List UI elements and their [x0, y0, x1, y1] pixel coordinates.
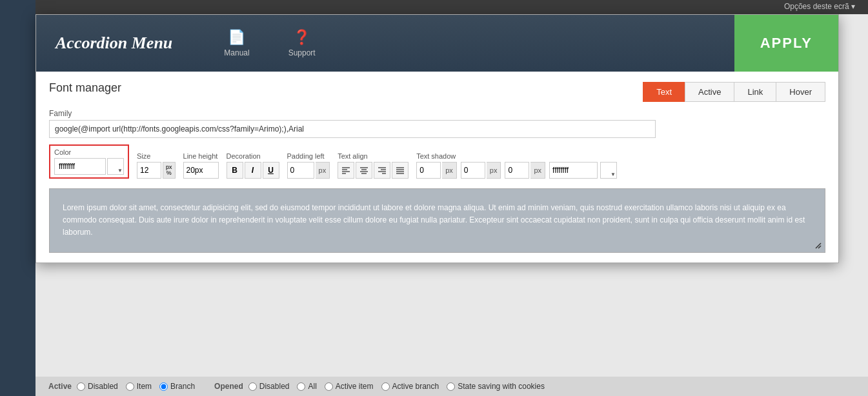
align-left-icon: [341, 166, 350, 174]
svg-line-16: [816, 243, 821, 248]
decoration-inner: B I U: [227, 162, 279, 179]
line-height-group: Line height: [183, 152, 219, 179]
tab-active[interactable]: Active: [685, 82, 734, 102]
modal-header: Accordion Menu 📄 Manual ❓ Support APPLY: [36, 15, 838, 72]
text-shadow-inner: px px px ▼: [416, 162, 617, 179]
shadow-color-input[interactable]: [549, 162, 598, 179]
color-group: Color ▼: [49, 144, 129, 179]
size-input[interactable]: [137, 162, 161, 179]
shadow-y-input[interactable]: [461, 162, 485, 179]
shadow-blur-px: px: [530, 162, 545, 179]
text-shadow-group: Text shadow px px px ▼: [416, 152, 617, 179]
align-justify-button[interactable]: [392, 162, 409, 179]
bold-button[interactable]: B: [227, 162, 243, 179]
line-height-input[interactable]: [183, 162, 219, 179]
manual-button[interactable]: 📄 Manual: [205, 23, 268, 64]
active-item[interactable]: Item: [126, 382, 152, 391]
shadow-x-px: px: [442, 162, 457, 179]
modal-nav: 📄 Manual ❓ Support: [192, 23, 734, 64]
text-shadow-label: Text shadow: [416, 152, 617, 160]
modal: Accordion Menu 📄 Manual ❓ Support APPLY …: [35, 14, 839, 263]
font-manager-title: Font manager: [49, 81, 121, 95]
tab-hover[interactable]: Hover: [776, 82, 825, 102]
manual-icon: 📄: [228, 29, 245, 46]
tab-text[interactable]: Text: [643, 82, 685, 102]
opened-active-item[interactable]: Active item: [325, 382, 374, 391]
active-group: Active Disabled Item Branch: [48, 382, 195, 391]
italic-button[interactable]: I: [245, 162, 261, 179]
swatch-arrow-icon: ▼: [117, 168, 123, 173]
decoration-label: Decoration: [227, 152, 279, 160]
align-justify-icon: [396, 166, 405, 174]
text-align-group: Text align: [338, 152, 409, 179]
support-label: Support: [288, 48, 316, 57]
modal-title: Accordion Menu: [56, 34, 172, 52]
size-label: Size: [137, 152, 176, 160]
support-button[interactable]: ❓ Support: [269, 23, 335, 64]
shadow-swatch-arrow-icon: ▼: [611, 172, 616, 177]
padding-left-inner: px: [287, 162, 330, 179]
topbar: [0, 0, 868, 14]
controls-row: Color ▼ Size px %: [49, 144, 825, 179]
color-swatch[interactable]: ▼: [107, 158, 124, 175]
preview-text: Lorem ipsum dolor sit amet, consectetur …: [63, 203, 805, 237]
color-inner: ▼: [54, 158, 124, 175]
underline-button[interactable]: U: [263, 162, 279, 179]
align-center-button[interactable]: [356, 162, 372, 179]
active-branch[interactable]: Branch: [159, 382, 195, 391]
shadow-y-px: px: [487, 162, 501, 179]
preview-area: Lorem ipsum dolor sit amet, consectetur …: [49, 188, 825, 253]
modal-title-area: Accordion Menu: [36, 21, 192, 66]
padding-left-group: Padding left px: [287, 152, 330, 179]
padding-left-input[interactable]: [287, 162, 314, 179]
active-radio-group: Disabled Item Branch: [77, 382, 195, 391]
size-unit: px %: [163, 162, 176, 179]
opened-state-saving[interactable]: State saving with cookies: [447, 382, 545, 391]
shadow-color-swatch[interactable]: ▼: [600, 162, 617, 179]
text-align-label: Text align: [338, 152, 409, 160]
bottom-settings-row: Active Disabled Item Branch Opened Disab…: [35, 377, 868, 396]
color-label: Color: [54, 148, 124, 156]
sidebar: [0, 0, 35, 396]
family-label: Family: [49, 109, 825, 118]
family-section: Family: [49, 109, 825, 138]
align-right-button[interactable]: [374, 162, 390, 179]
topbar-options[interactable]: Opções deste ecrã ▾: [784, 2, 855, 11]
size-inner: px %: [137, 162, 176, 179]
family-input[interactable]: [49, 120, 656, 138]
preview-resize-handle[interactable]: [812, 239, 822, 250]
tab-link[interactable]: Link: [734, 82, 776, 102]
active-disabled[interactable]: Disabled: [77, 382, 118, 391]
tab-buttons: Text Active Link Hover: [643, 82, 825, 102]
opened-active-branch[interactable]: Active branch: [381, 382, 439, 391]
manual-label: Manual: [224, 48, 249, 57]
shadow-x-input[interactable]: [416, 162, 441, 179]
padding-left-label: Padding left: [287, 152, 330, 160]
opened-label: Opened: [214, 382, 243, 391]
align-center-icon: [359, 166, 368, 174]
apply-button[interactable]: APPLY: [734, 15, 838, 72]
opened-disabled[interactable]: Disabled: [248, 382, 290, 391]
align-left-button[interactable]: [338, 162, 354, 179]
line-height-label: Line height: [183, 152, 219, 160]
svg-line-17: [818, 246, 821, 248]
padding-px-badge: px: [316, 162, 330, 179]
align-right-icon: [378, 166, 387, 174]
modal-body: Font manager Text Active Link Hover Fami…: [36, 72, 838, 262]
shadow-blur-input[interactable]: [505, 162, 529, 179]
branch-label: Branch: [170, 382, 195, 391]
resize-icon: [814, 242, 822, 250]
line-height-inner: [183, 162, 219, 179]
decoration-group: Decoration B I U: [227, 152, 279, 179]
opened-group: Opened Disabled All Active item Active b…: [214, 382, 545, 391]
opened-radio-group: Disabled All Active item Active branch S…: [248, 382, 545, 391]
size-group: Size px %: [137, 152, 176, 179]
text-align-inner: [338, 162, 409, 179]
opened-all[interactable]: All: [297, 382, 316, 391]
active-label: Active: [48, 382, 72, 391]
support-icon: ❓: [293, 29, 310, 46]
color-input[interactable]: [54, 158, 106, 175]
